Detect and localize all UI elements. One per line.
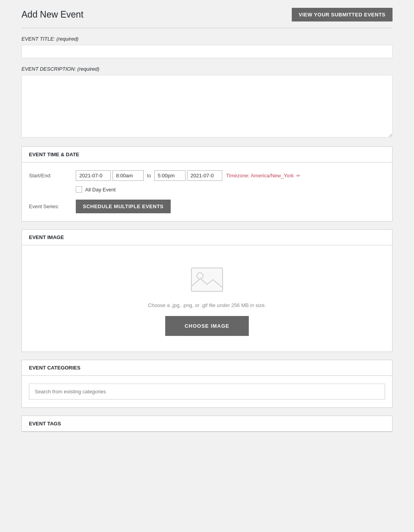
event-time-date-body: Start/End: to Timezone: America/New_York…: [22, 162, 392, 221]
end-date-input[interactable]: [187, 170, 222, 181]
event-image-panel: EVENT IMAGE Choose a .jpg, .png, or .gif…: [21, 229, 393, 352]
event-categories-panel: EVENT CATEGORIES: [21, 360, 393, 408]
event-time-date-panel: EVENT TIME & DATE Start/End: to Timezone…: [21, 146, 393, 221]
event-tags-header: EVENT TAGS: [22, 416, 392, 432]
event-image-header: EVENT IMAGE: [22, 230, 392, 245]
event-description-section: EVENT DESCRIPTION: (required): [21, 66, 393, 139]
start-end-row: Start/End: to Timezone: America/New_York…: [29, 170, 385, 181]
start-time-input[interactable]: [112, 170, 144, 181]
all-day-row: All Day Event: [76, 186, 385, 193]
image-hint: Choose a .jpg, .png, or .gif file under …: [148, 302, 266, 308]
page-title: Add New Event: [21, 9, 84, 20]
page-header: Add New Event VIEW YOUR SUBMITTED EVENTS: [21, 8, 393, 21]
category-search-input[interactable]: [29, 384, 385, 400]
to-label: to: [145, 173, 153, 179]
start-end-label: Start/End:: [29, 173, 76, 179]
all-day-checkbox[interactable]: [76, 186, 82, 193]
timezone-link[interactable]: Timezone: America/New_York ✏: [226, 173, 300, 179]
event-description-label: EVENT DESCRIPTION: (required): [21, 66, 393, 72]
event-series-row: Event Series: SCHEDULE MULTIPLE EVENTS: [29, 200, 385, 213]
event-image-body: Choose a .jpg, .png, or .gif file under …: [22, 245, 392, 352]
view-submitted-button[interactable]: VIEW YOUR SUBMITTED EVENTS: [292, 8, 393, 21]
start-date-input[interactable]: [76, 170, 111, 181]
svg-point-1: [197, 273, 203, 279]
event-title-section: EVENT TITLE: (required): [21, 36, 393, 58]
event-categories-body: [22, 376, 392, 407]
event-categories-header: EVENT CATEGORIES: [22, 360, 392, 376]
event-description-input[interactable]: [21, 75, 393, 137]
end-time-input[interactable]: [154, 170, 186, 181]
image-placeholder-icon: [189, 265, 225, 296]
event-time-date-header: EVENT TIME & DATE: [22, 147, 392, 162]
event-title-label: EVENT TITLE: (required): [21, 36, 393, 42]
time-date-inputs: to Timezone: America/New_York ✏: [76, 170, 300, 181]
header-divider: [21, 28, 393, 28]
schedule-multiple-button[interactable]: SCHEDULE MULTIPLE EVENTS: [76, 200, 171, 213]
choose-image-button[interactable]: CHOOSE IMAGE: [165, 316, 249, 336]
event-title-input[interactable]: [21, 45, 393, 58]
edit-timezone-icon: ✏: [296, 173, 300, 179]
event-series-label: Event Series:: [29, 204, 76, 209]
image-placeholder: Choose a .jpg, .png, or .gif file under …: [29, 253, 385, 344]
svg-rect-0: [191, 268, 223, 291]
all-day-label: All Day Event: [85, 187, 116, 193]
event-tags-panel: EVENT TAGS: [21, 416, 393, 432]
